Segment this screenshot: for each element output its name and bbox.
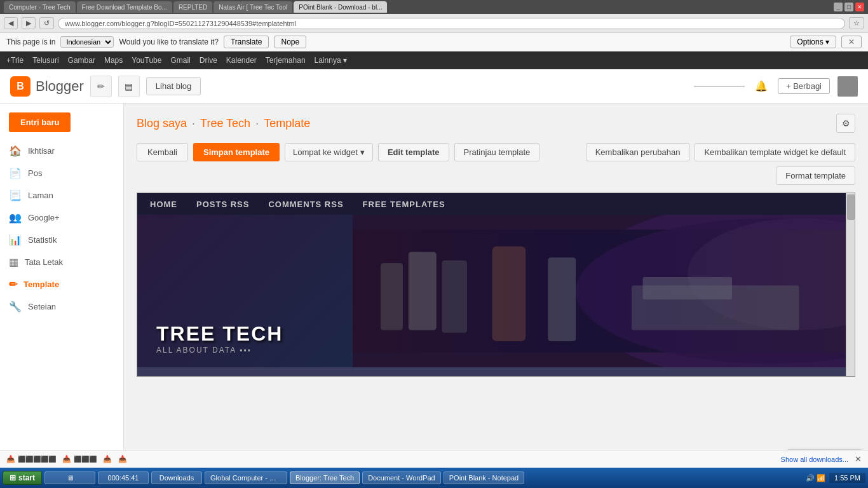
- back-nav-button[interactable]: ◀: [4, 17, 18, 29]
- close-button[interactable]: ✕: [855, 3, 864, 11]
- revert-widget-button[interactable]: Kembalikan template widget ke default: [695, 143, 855, 161]
- content-area: Blog saya · Tree Tech · Template ⚙ Kemba…: [124, 104, 868, 468]
- browser-titlebar: Computer - Tree Tech Free Download Templ…: [0, 0, 868, 14]
- pos-icon: 📄: [9, 167, 22, 179]
- preview-template-button[interactable]: Pratinjau template: [454, 143, 540, 161]
- jump-widget-button[interactable]: Lompat ke widget ▾: [285, 143, 373, 161]
- bookmark-button[interactable]: ☆: [849, 17, 864, 29]
- preview-scrollbar[interactable]: [846, 193, 855, 376]
- gbar-terjemahan[interactable]: Terjemahan: [266, 56, 306, 65]
- bell-icon[interactable]: 🔔: [752, 78, 770, 95]
- address-bar: ◀ ▶ ↺ www.blogger.com/blogger.g?blogID=5…: [0, 14, 868, 33]
- download-icon-3: 📥: [103, 455, 112, 463]
- gbar-lainnya[interactable]: Lainnya ▾: [315, 56, 347, 65]
- edit-template-button[interactable]: Edit template: [378, 143, 449, 161]
- language-select[interactable]: Indonesian: [60, 36, 114, 48]
- save-template-button[interactable]: Simpan template: [193, 143, 280, 161]
- address-text: www.blogger.com/blogger.g?blogID=5502112…: [65, 20, 296, 27]
- nope-button[interactable]: Nope: [274, 36, 306, 48]
- blogger-logo: B Blogger: [10, 76, 84, 97]
- breadcrumb-page: Tree Tech: [200, 117, 250, 130]
- gbar-maps[interactable]: Maps: [104, 56, 123, 65]
- sidebar-item-seteian[interactable]: 🔧 Seteian: [0, 295, 123, 318]
- translate-options-button[interactable]: Options ▾: [790, 36, 836, 48]
- preview-nav-home[interactable]: HOME: [150, 200, 177, 209]
- address-input[interactable]: www.blogger.com/blogger.g?blogID=5502112…: [58, 18, 845, 29]
- sidebar-item-ikhtisar[interactable]: 🏠 Ikhtisar: [0, 140, 123, 162]
- sidebar-label-template: Template: [24, 280, 59, 289]
- translate-question: Would you like to translate it?: [119, 37, 219, 46]
- sidebar-item-tataletak[interactable]: ▦ Tata Letak: [0, 251, 123, 273]
- translate-close-button[interactable]: ✕: [841, 36, 862, 48]
- lihat-blog-button[interactable]: Lihat blog: [146, 77, 201, 95]
- home-icon: 🏠: [9, 145, 22, 157]
- breadcrumb-blog[interactable]: Blog saya: [137, 117, 187, 130]
- browser-tab-2[interactable]: Free Download Template Bo...: [77, 1, 172, 13]
- forward-nav-button[interactable]: ▶: [22, 17, 36, 29]
- sidebar-label-ikhtisar: Ikhtisar: [28, 146, 55, 156]
- breadcrumb-separator: ·: [192, 117, 195, 130]
- preview-nav: HOME POSTS RSS COMMENTS RSS FREE TEMPLAT…: [137, 193, 855, 215]
- toolbar-right: Kembalikan perubahan Kembalikan template…: [586, 143, 855, 161]
- browser-tab-3[interactable]: REPLTED: [173, 1, 212, 13]
- sidebar: Entri baru 🏠 Ikhtisar 📄 Pos 📃 Laman 👥 Go…: [0, 104, 124, 468]
- sidebar-item-laman[interactable]: 📃 Laman: [0, 184, 123, 207]
- download-icon-2: 📥: [62, 455, 71, 463]
- gbar-telusuri[interactable]: Telusuri: [32, 56, 58, 65]
- preview-nav-comments-rss[interactable]: COMMENTS RSS: [268, 200, 343, 209]
- breadcrumb: Blog saya · Tree Tech · Template ⚙: [137, 114, 855, 133]
- edit-icon-button[interactable]: ✏: [90, 76, 112, 97]
- scrollbar-thumb[interactable]: [847, 194, 855, 220]
- statistik-icon: 📊: [9, 234, 22, 246]
- download-icon-4: 📥: [118, 455, 127, 463]
- download-label-2: ⬛⬛⬛: [74, 456, 97, 463]
- settings-icon-button[interactable]: ⚙: [836, 114, 855, 133]
- gbar-kalender[interactable]: Kalender: [226, 56, 257, 65]
- gbar-trie[interactable]: +Trie: [6, 56, 24, 65]
- seteian-icon: 🔧: [9, 301, 22, 313]
- show-all-downloads-link[interactable]: Show all downloads...: [781, 456, 848, 463]
- gbar-youtube[interactable]: YouTube: [132, 56, 161, 65]
- view-icon-button[interactable]: ▤: [118, 76, 140, 97]
- sidebar-item-template[interactable]: ✏ Template: [0, 273, 123, 295]
- new-post-button[interactable]: Entri baru: [9, 112, 71, 132]
- revert-button[interactable]: Kembalikan perubahan: [586, 143, 690, 161]
- download-item-4: 📥: [118, 455, 127, 463]
- main-layout: Entri baru 🏠 Ikhtisar 📄 Pos 📃 Laman 👥 Go…: [0, 104, 868, 468]
- gbar-gambar[interactable]: Gambar: [68, 56, 95, 65]
- download-icon-1: 📥: [6, 455, 15, 463]
- maximize-button[interactable]: □: [844, 3, 853, 11]
- blogger-logo-text: Blogger: [36, 78, 84, 95]
- template-toolbar: Kembali Simpan template Lompat ke widget…: [137, 143, 855, 185]
- browser-tab-5[interactable]: POint Blank - Download - bl...: [294, 1, 387, 13]
- preview-nav-free-templates[interactable]: FREE TEMPLATES: [363, 200, 445, 209]
- preview-blog-title: TREE TECH: [156, 322, 836, 346]
- gbar-drive[interactable]: Drive: [200, 56, 217, 65]
- translate-label: This page is in: [6, 37, 55, 46]
- sidebar-item-pos[interactable]: 📄 Pos: [0, 162, 123, 184]
- sidebar-label-seteian: Seteian: [28, 302, 56, 311]
- breadcrumb-sub-separator: ·: [255, 117, 259, 130]
- browser-tab-1[interactable]: Computer - Tree Tech: [4, 1, 76, 13]
- tataletak-icon: ▦: [9, 256, 18, 268]
- blogger-logo-icon: B: [10, 76, 31, 97]
- gbar-gmail[interactable]: Gmail: [170, 56, 190, 65]
- browser-tab-4[interactable]: Natas Air [ Tree Tec Tool: [214, 1, 292, 13]
- sidebar-item-statistik[interactable]: 📊 Statistik: [0, 229, 123, 251]
- preview-nav-posts-rss[interactable]: POSTS RSS: [196, 200, 249, 209]
- format-template-button[interactable]: Format template: [776, 166, 855, 185]
- downloads-bar-close[interactable]: ✕: [855, 454, 862, 464]
- translate-button[interactable]: Translate: [224, 36, 269, 48]
- sidebar-label-laman: Laman: [28, 191, 53, 200]
- reload-button[interactable]: ↺: [39, 17, 54, 29]
- chevron-down-icon: ▾: [360, 147, 365, 157]
- minimize-button[interactable]: _: [834, 3, 843, 11]
- back-button[interactable]: Kembali: [137, 143, 188, 161]
- sidebar-label-tataletak: Tata Letak: [25, 257, 63, 267]
- preview-blog-header: TREE TECH ALL ABOUT DATA ▪▪▪: [137, 215, 855, 367]
- window-controls: _ □ ✕: [834, 3, 864, 11]
- browser-tabs: Computer - Tree Tech Free Download Templ…: [4, 1, 831, 13]
- share-button[interactable]: + Berbagi: [778, 78, 830, 94]
- sidebar-item-googleplus[interactable]: 👥 Google+: [0, 207, 123, 229]
- taskbar: ⊞ start 🖥 000:45:41 Downloads Global Com…: [0, 468, 868, 468]
